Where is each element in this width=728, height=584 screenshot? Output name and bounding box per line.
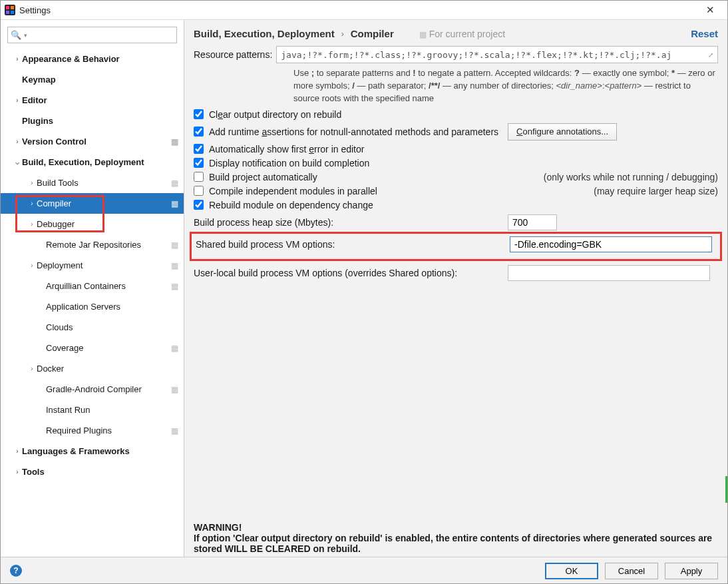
display-notification-row: Display notification on build completion xyxy=(194,158,718,168)
chevron-down-icon: ⌵ xyxy=(13,158,22,166)
highlight-annotation-2: Shared build process VM options: xyxy=(190,232,722,261)
sidebar-item-arquillian-containers[interactable]: Arquillian Containers▦ xyxy=(1,276,184,296)
sidebar-item-editor[interactable]: ›Editor xyxy=(1,90,184,111)
sidebar-item-gradle-android-compiler[interactable]: Gradle-Android Compiler▦ xyxy=(1,379,184,400)
sidebar-item-label: Debugger xyxy=(37,219,178,229)
resource-patterns-help: Use ; to separate patterns and ! to nega… xyxy=(293,67,718,105)
warning-block: WARNING! If option 'Clear output directo… xyxy=(194,522,718,554)
sidebar-item-plugins[interactable]: Plugins xyxy=(1,111,184,131)
title-bar: Settings ✕ xyxy=(1,1,727,20)
sidebar-item-instant-run[interactable]: Instant Run xyxy=(1,400,184,420)
sidebar-item-coverage[interactable]: Coverage▦ xyxy=(1,338,184,358)
sidebar-item-label: Gradle-Android Compiler xyxy=(46,384,171,394)
sidebar-item-clouds[interactable]: Clouds xyxy=(1,317,184,338)
chevron-right-icon: › xyxy=(13,55,22,63)
add-assertions-row: Add runtime assertions for notnull-annot… xyxy=(194,123,718,141)
for-project-label: ▦For current project xyxy=(419,29,505,39)
display-notification-checkbox[interactable] xyxy=(194,158,204,168)
project-scope-icon: ▦ xyxy=(419,30,427,39)
sidebar-item-version-control[interactable]: ›Version Control▦ xyxy=(1,131,184,152)
search-dropdown-icon[interactable]: ▾ xyxy=(24,32,30,39)
compile-parallel-row: Compile independent modules in parallel … xyxy=(194,186,718,196)
chevron-right-icon: › xyxy=(13,97,22,104)
shared-vm-options-label: Shared build process VM options: xyxy=(196,239,510,250)
sidebar-item-languages-frameworks[interactable]: ›Languages & Frameworks xyxy=(1,441,184,461)
local-vm-options-input[interactable] xyxy=(508,265,710,281)
configure-annotations-button[interactable]: Configure annotations... xyxy=(508,123,617,141)
sidebar-item-required-plugins[interactable]: Required Plugins▦ xyxy=(1,420,184,441)
reset-link[interactable]: Reset xyxy=(691,28,718,39)
project-scope-icon: ▦ xyxy=(171,385,178,394)
shared-vm-options-input[interactable] xyxy=(510,236,712,252)
rebuild-dep-checkbox[interactable] xyxy=(194,200,204,210)
heap-size-label: Build process heap size (Mbytes): xyxy=(194,217,508,228)
sidebar-item-application-servers[interactable]: Application Servers xyxy=(1,296,184,317)
project-scope-icon: ▦ xyxy=(171,344,178,353)
project-scope-icon: ▦ xyxy=(171,261,178,270)
sidebar-item-label: Remote Jar Repositories xyxy=(46,240,171,250)
settings-tree: ›Appearance & BehaviorKeymap›EditorPlugi… xyxy=(1,47,184,557)
close-icon[interactable]: ✕ xyxy=(697,4,723,16)
build-auto-row: Build project automatically (only works … xyxy=(194,172,718,182)
sidebar-item-label: Clouds xyxy=(46,322,178,332)
project-scope-icon: ▦ xyxy=(171,426,178,436)
scrollbar-marker xyxy=(725,476,727,503)
chevron-right-icon: › xyxy=(13,447,22,455)
sidebar-item-tools[interactable]: ›Tools xyxy=(1,461,184,482)
sidebar-item-appearance-behavior[interactable]: ›Appearance & Behavior xyxy=(1,49,184,69)
compile-parallel-checkbox[interactable] xyxy=(194,186,204,196)
project-scope-icon: ▦ xyxy=(171,137,178,146)
search-field[interactable] xyxy=(30,27,176,43)
settings-content: Build, Execution, Deployment › Compiler … xyxy=(184,20,727,557)
clear-output-checkbox-row: Clear output directory on rebuild xyxy=(194,109,718,120)
chevron-right-icon: › xyxy=(27,365,37,372)
sidebar-item-deployment[interactable]: ›Deployment▦ xyxy=(1,255,184,276)
auto-show-error-checkbox[interactable] xyxy=(194,144,204,154)
auto-show-error-row: Automatically show first error in editor xyxy=(194,144,718,154)
breadcrumb-root[interactable]: Build, Execution, Deployment xyxy=(194,28,335,39)
apply-button[interactable]: Apply xyxy=(665,563,718,579)
chevron-right-icon: › xyxy=(27,220,37,228)
clear-output-checkbox[interactable] xyxy=(194,109,204,119)
compile-parallel-label: Compile independent modules in parallel xyxy=(209,186,377,196)
sidebar-item-label: Tools xyxy=(22,467,178,477)
cancel-button[interactable]: Cancel xyxy=(605,563,658,579)
display-notification-label: Display notification on build completion xyxy=(209,158,369,168)
sidebar-item-compiler[interactable]: ›Compiler▦ xyxy=(1,193,184,214)
heap-size-row: Build process heap size (Mbytes): xyxy=(194,214,718,230)
project-scope-icon: ▦ xyxy=(171,282,178,291)
sidebar-item-remote-jar-repositories[interactable]: Remote Jar Repositories▦ xyxy=(1,234,184,255)
sidebar-item-label: Languages & Frameworks xyxy=(22,446,178,456)
rebuild-dep-row: Rebuild module on dependency change xyxy=(194,200,718,210)
search-icon: 🔍 xyxy=(8,30,24,40)
sidebar-item-docker[interactable]: ›Docker xyxy=(1,358,184,379)
sidebar-item-build-execution-deployment[interactable]: ⌵Build, Execution, Deployment xyxy=(1,152,184,172)
sidebar-item-label: Application Servers xyxy=(46,302,178,312)
sidebar-item-label: Appearance & Behavior xyxy=(22,54,178,64)
auto-show-error-label: Automatically show first error in editor xyxy=(209,144,364,154)
resource-patterns-label: Resource patterns: xyxy=(194,49,272,60)
build-auto-label: Build project automatically xyxy=(209,172,317,182)
build-auto-checkbox[interactable] xyxy=(194,172,204,182)
sidebar-item-keymap[interactable]: Keymap xyxy=(1,69,184,90)
resource-patterns-input[interactable]: java;!?*.form;!?*.class;!?*.groovy;!?*.s… xyxy=(276,46,718,63)
expand-icon[interactable]: ⤢ xyxy=(708,51,713,59)
sidebar-item-label: Required Plugins xyxy=(46,426,171,436)
local-vm-options-row: User-local build process VM options (ove… xyxy=(194,265,718,281)
warning-body: If option 'Clear output directory on reb… xyxy=(194,533,718,554)
svg-rect-3 xyxy=(6,11,9,14)
sidebar-item-label: Version Control xyxy=(22,137,171,146)
resource-patterns-value: java;!?*.form;!?*.class;!?*.groovy;!?*.s… xyxy=(281,50,671,60)
heap-size-input[interactable] xyxy=(508,214,557,230)
sidebar-item-build-tools[interactable]: ›Build Tools▦ xyxy=(1,172,184,193)
settings-sidebar: 🔍 ▾ ›Appearance & BehaviorKeymap›EditorP… xyxy=(1,20,184,557)
ok-button[interactable]: OK xyxy=(545,563,598,579)
add-assertions-checkbox[interactable] xyxy=(194,127,204,137)
chevron-right-icon: › xyxy=(341,29,344,39)
sidebar-item-debugger[interactable]: ›Debugger xyxy=(1,214,184,234)
project-scope-icon: ▦ xyxy=(171,178,178,188)
help-icon[interactable]: ? xyxy=(10,565,22,577)
warning-title: WARNING! xyxy=(194,522,718,533)
sidebar-item-label: Keymap xyxy=(22,75,178,85)
search-input[interactable]: 🔍 ▾ xyxy=(7,27,177,43)
